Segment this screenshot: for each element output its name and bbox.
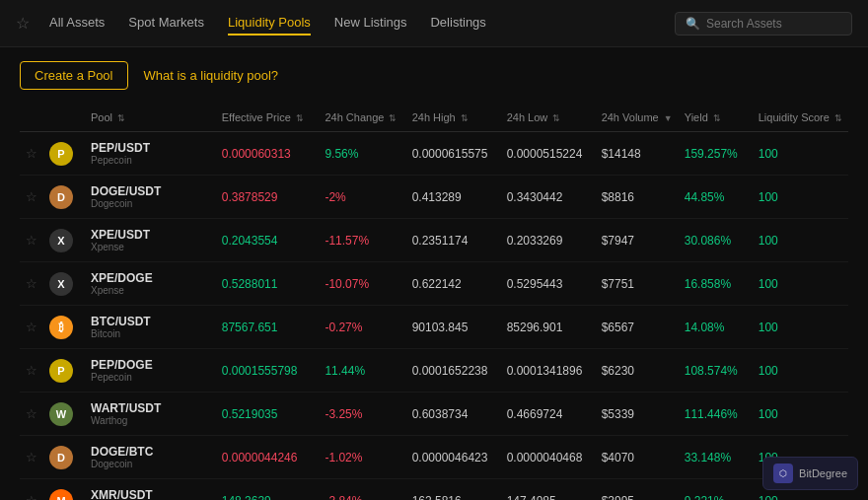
row-pool-0[interactable]: PEP/USDT Pepecoin <box>85 132 216 176</box>
col-header-24h-low[interactable]: 24h Low ⇅ <box>501 104 596 132</box>
row-star-1[interactable]: ☆ <box>20 176 43 219</box>
col-header-yield[interactable]: Yield ⇅ <box>679 104 753 132</box>
row-score-6: 100 <box>753 393 848 436</box>
search-input[interactable] <box>706 17 854 31</box>
row-volume-7: $4070 <box>596 436 679 479</box>
row-yield-2: 30.086% <box>679 219 753 262</box>
row-yield-0: 159.257% <box>679 132 753 176</box>
col-header-24h-change[interactable]: 24h Change ⇅ <box>319 104 405 132</box>
toolbar: Create a Pool What is a liquidity pool? <box>0 47 868 104</box>
col-header-liquidity-score[interactable]: Liquidity Score ⇅ <box>753 104 848 132</box>
row-icon-8: M <box>43 479 85 501</box>
table-row: ☆ W WART/USDT Warthog 0.5219035 -3.25% 0… <box>20 393 848 436</box>
nav-bar: All AssetsSpot MarketsLiquidity PoolsNew… <box>49 11 675 36</box>
table-row: ☆ P PEP/USDT Pepecoin 0.000060313 9.56% … <box>20 132 848 176</box>
row-change-1: -2% <box>319 176 405 219</box>
row-volume-8: $3995 <box>596 479 679 501</box>
row-pool-7[interactable]: DOGE/BTC Dogecoin <box>85 436 216 479</box>
row-volume-2: $7947 <box>596 219 679 262</box>
row-effective-price-1: 0.3878529 <box>216 176 320 219</box>
search-box[interactable]: 🔍 <box>675 12 852 36</box>
table-row: ☆ M XMR/USDT Monero 148.3639 -3.84% 162.… <box>20 479 848 501</box>
table-row: ☆ D DOGE/USDT Dogecoin 0.3878529 -2% 0.4… <box>20 176 848 219</box>
row-icon-3: X <box>43 262 85 306</box>
row-effective-price-5: 0.0001555798 <box>216 349 320 393</box>
row-change-4: -0.27% <box>319 306 405 349</box>
bitdegree-label: BitDegree <box>799 467 847 479</box>
row-low-2: 0.2033269 <box>501 219 596 262</box>
row-score-1: 100 <box>753 176 848 219</box>
row-score-4: 100 <box>753 306 848 349</box>
search-icon: 🔍 <box>686 17 700 31</box>
nav-item-liquidity-pools[interactable]: Liquidity Pools <box>228 11 311 36</box>
table-header: Pool ⇅ Effective Price ⇅ 24h Change ⇅ 24… <box>20 104 848 132</box>
row-star-3[interactable]: ☆ <box>20 262 43 306</box>
liquidity-pool-link[interactable]: What is a liquidity pool? <box>144 68 279 83</box>
row-high-8: 162.5816 <box>406 479 501 501</box>
favorites-star-icon[interactable]: ☆ <box>16 14 30 33</box>
row-score-3: 100 <box>753 262 848 306</box>
row-star-8[interactable]: ☆ <box>20 479 43 501</box>
row-change-0: 9.56% <box>319 132 405 176</box>
row-pool-2[interactable]: XPE/USDT Xpense <box>85 219 216 262</box>
row-low-1: 0.3430442 <box>501 176 596 219</box>
row-high-7: 0.0000046423 <box>406 436 501 479</box>
row-score-0: 100 <box>753 132 848 176</box>
row-low-5: 0.0001341896 <box>501 349 596 393</box>
row-effective-price-0: 0.000060313 <box>216 132 320 176</box>
row-pool-8[interactable]: XMR/USDT Monero <box>85 479 216 501</box>
create-pool-button[interactable]: Create a Pool <box>20 61 128 90</box>
row-yield-8: 9.221% <box>679 479 753 501</box>
table-row: ☆ X XPE/DOGE Xpense 0.5288011 -10.07% 0.… <box>20 262 848 306</box>
row-low-4: 85296.901 <box>501 306 596 349</box>
row-icon-6: W <box>43 393 85 436</box>
nav-item-delistings[interactable]: Delistings <box>430 11 485 36</box>
row-low-3: 0.5295443 <box>501 262 596 306</box>
row-icon-5: P <box>43 349 85 393</box>
row-high-2: 0.2351174 <box>406 219 501 262</box>
row-yield-5: 108.574% <box>679 349 753 393</box>
row-high-5: 0.0001652238 <box>406 349 501 393</box>
col-header-effective-price[interactable]: Effective Price ⇅ <box>216 104 320 132</box>
row-star-7[interactable]: ☆ <box>20 436 43 479</box>
bitdegree-logo-text: ⬡ <box>779 468 787 478</box>
row-star-4[interactable]: ☆ <box>20 306 43 349</box>
row-volume-3: $7751 <box>596 262 679 306</box>
table-row: ☆ X XPE/USDT Xpense 0.2043554 -11.57% 0.… <box>20 219 848 262</box>
table-row: ☆ ₿ BTC/USDT Bitcoin 87567.651 -0.27% 90… <box>20 306 848 349</box>
row-pool-5[interactable]: PEP/DOGE Pepecoin <box>85 349 216 393</box>
row-change-5: 11.44% <box>319 349 405 393</box>
row-pool-6[interactable]: WART/USDT Warthog <box>85 393 216 436</box>
row-effective-price-4: 87567.651 <box>216 306 320 349</box>
nav-item-all-assets[interactable]: All Assets <box>49 11 105 36</box>
col-header-24h-volume[interactable]: 24h Volume ▼ <box>596 104 679 132</box>
row-pool-3[interactable]: XPE/DOGE Xpense <box>85 262 216 306</box>
nav-item-new-listings[interactable]: New Listings <box>334 11 407 36</box>
row-yield-3: 16.858% <box>679 262 753 306</box>
col-header-pool[interactable]: Pool ⇅ <box>85 104 216 132</box>
row-volume-5: $6230 <box>596 349 679 393</box>
row-yield-4: 14.08% <box>679 306 753 349</box>
nav-item-spot-markets[interactable]: Spot Markets <box>128 11 204 36</box>
row-star-0[interactable]: ☆ <box>20 132 43 176</box>
header: ☆ All AssetsSpot MarketsLiquidity PoolsN… <box>0 0 868 47</box>
row-star-5[interactable]: ☆ <box>20 349 43 393</box>
row-effective-price-3: 0.5288011 <box>216 262 320 306</box>
liquidity-table-container: Pool ⇅ Effective Price ⇅ 24h Change ⇅ 24… <box>0 104 868 500</box>
row-change-2: -11.57% <box>319 219 405 262</box>
row-pool-4[interactable]: BTC/USDT Bitcoin <box>85 306 216 349</box>
row-star-6[interactable]: ☆ <box>20 393 43 436</box>
col-header-24h-high[interactable]: 24h High ⇅ <box>406 104 501 132</box>
bitdegree-badge: ⬡ BitDegree <box>762 457 858 490</box>
row-high-0: 0.0000615575 <box>406 132 501 176</box>
row-volume-1: $8816 <box>596 176 679 219</box>
row-change-8: -3.84% <box>319 479 405 501</box>
liquidity-table: Pool ⇅ Effective Price ⇅ 24h Change ⇅ 24… <box>20 104 848 500</box>
row-pool-1[interactable]: DOGE/USDT Dogecoin <box>85 176 216 219</box>
row-high-4: 90103.845 <box>406 306 501 349</box>
row-star-2[interactable]: ☆ <box>20 219 43 262</box>
row-icon-1: D <box>43 176 85 219</box>
row-effective-price-7: 0.0000044246 <box>216 436 320 479</box>
row-effective-price-2: 0.2043554 <box>216 219 320 262</box>
row-volume-6: $5339 <box>596 393 679 436</box>
